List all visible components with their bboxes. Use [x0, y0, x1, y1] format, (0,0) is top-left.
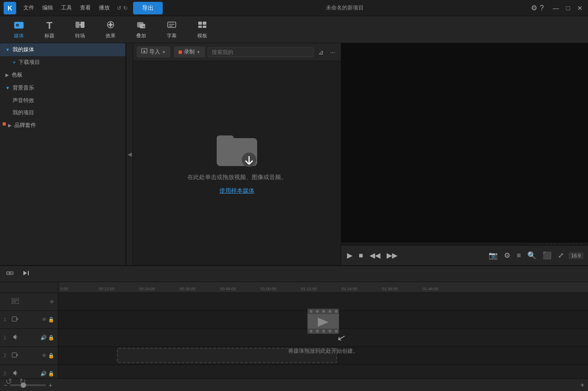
tool-template[interactable]: 模板 [188, 18, 217, 41]
minimize-button[interactable]: — [551, 4, 561, 13]
menu-play[interactable]: 播放 [95, 3, 113, 13]
tool-subtitle[interactable]: 字幕 [157, 18, 186, 41]
tool-title[interactable]: T 标题 [35, 18, 64, 41]
svg-rect-11 [168, 22, 176, 27]
svg-rect-17 [203, 26, 206, 28]
timeline-add-icon[interactable] [4, 268, 16, 280]
next-frame-button[interactable]: ▶▶ [385, 250, 399, 261]
svg-text:+: + [143, 24, 145, 29]
track-lock-1v[interactable]: 🔒 [48, 317, 54, 323]
track-num-1: 1 [4, 317, 10, 322]
menu-edit[interactable]: 编辑 [39, 3, 57, 13]
tool-add[interactable]: + 叠加 [127, 18, 156, 41]
add-track-button[interactable]: + [580, 381, 584, 389]
sidebar-sub-my-projects[interactable]: 我的项目 [0, 107, 125, 119]
timeline-ruler: 0:00 00:12:00 00:24:00 00:36:00 00:48:00… [58, 282, 588, 293]
sidebar-sub-download[interactable]: + 下载项目 [0, 56, 125, 68]
zoom-icon[interactable]: 🔍 [526, 250, 538, 261]
sidebar-my-projects-label: 我的项目 [13, 109, 34, 117]
settings2-icon[interactable]: ⚙ [503, 250, 512, 261]
track-header-0: 👁 [0, 293, 58, 311]
timeline-toolbar [0, 266, 588, 282]
sidebar-item-color-board[interactable]: ▶ 色板 [0, 68, 125, 81]
track-headers: 👁 1 👁 🔒 1 🔊 [0, 282, 58, 378]
aspect-ratio-badge: 16:9 [569, 252, 584, 259]
sidebar-item-brand-kit[interactable]: ▶ 品牌套件 [0, 119, 125, 132]
menu-view[interactable]: 查看 [76, 3, 94, 13]
play-button[interactable]: ▶ [346, 250, 354, 261]
collapse-handle[interactable]: ◀ [126, 43, 133, 265]
ruler-mark-7: 01:24:00 [342, 287, 357, 291]
filter-icon[interactable]: ⊿ [316, 47, 325, 58]
main-toolbar: 媒体 T 标题 转场 效果 + 叠加 字幕 模板 [0, 16, 588, 43]
media-sample-link[interactable]: 使用样本媒体 [219, 187, 254, 195]
ruler-mark-3: 00:36:00 [180, 287, 196, 291]
expand-icon[interactable]: ⬛ [541, 250, 553, 261]
tool-media-label: 媒体 [14, 32, 24, 39]
template-icon [197, 20, 207, 31]
redo-icon[interactable]: ↻ [123, 5, 128, 11]
close-button[interactable]: ✕ [575, 4, 584, 13]
ruler-mark-1: 00:12:00 [99, 287, 115, 291]
search-input[interactable] [208, 47, 314, 57]
record-button[interactable]: 录制 ▼ [174, 46, 205, 58]
fullscreen-icon[interactable]: ⤢ [557, 250, 565, 261]
track-num-2a: 2 [4, 371, 10, 376]
undo-icon[interactable]: ↺ [117, 5, 121, 11]
zoom-slider[interactable] [10, 384, 46, 386]
export-button[interactable]: 导出 [133, 2, 163, 14]
track-header-1a: 1 🔊 🔒 [0, 329, 58, 347]
settings-icon[interactable]: ⚙ [531, 4, 537, 12]
preview-right-controls: 📷 ⚙ ≡ 🔍 ⬛ ⤢ 16:9 [487, 250, 584, 261]
arrow-icon2: ▶ [5, 72, 9, 77]
track-visibility-0[interactable]: 👁 [49, 299, 54, 305]
tool-transition-label: 转场 [75, 32, 85, 39]
restore-button[interactable]: □ [565, 4, 572, 13]
sidebar-sub-sound-fx[interactable]: 声音特效 [0, 94, 125, 107]
track-lock-2v[interactable]: 🔒 [48, 353, 54, 359]
track-lock-2a[interactable]: 🔒 [48, 371, 54, 377]
app-logo: K [4, 2, 16, 14]
track-controls-0: 👁 [49, 299, 54, 305]
media-content: 在此处单击或拖放视频、图像或音频。 使用样本媒体 [133, 61, 341, 265]
track-volume-1a[interactable]: 🔊 [40, 335, 47, 341]
menu-tools[interactable]: 工具 [58, 3, 76, 13]
snapshot-icon[interactable]: 📷 [487, 250, 499, 261]
track-visibility-1v[interactable]: 👁 [42, 317, 47, 323]
stop-button[interactable]: ■ [357, 250, 365, 261]
menu-file[interactable]: 文件 [20, 3, 38, 13]
track-lock-1a[interactable]: 🔒 [48, 335, 54, 341]
help-icon[interactable]: ? [540, 4, 544, 12]
svg-rect-35 [12, 317, 17, 321]
svg-rect-16 [198, 26, 202, 28]
transition-icon [75, 20, 85, 31]
bottom-bar: − + + [0, 378, 588, 391]
subtitle2-icon[interactable]: ≡ [515, 250, 522, 261]
track-header-2v: 2 👁 🔒 [0, 347, 58, 365]
sidebar-item-bg-music[interactable]: ▼ 背景音乐 [0, 81, 125, 94]
ruler-spacer [0, 282, 58, 293]
track-volume-2a[interactable]: 🔊 [40, 371, 47, 377]
tool-effect-label: 效果 [106, 32, 116, 39]
more-options-icon[interactable]: ··· [328, 47, 337, 58]
sidebar: ▼ 我的媒体 + 下载项目 ▶ 色板 ▼ 背景音乐 声音特效 我的项目 ▶ 品牌… [0, 43, 126, 265]
timeline-area: 👁 1 👁 🔒 1 🔊 [0, 265, 588, 391]
sidebar-item-my-media[interactable]: ▼ 我的媒体 [0, 43, 125, 56]
tool-transition[interactable]: 转场 [66, 18, 94, 41]
arrow-icon: ▼ [5, 47, 10, 52]
zoom-in-button[interactable]: + [49, 382, 52, 389]
tool-media[interactable]: 媒体 [4, 18, 33, 41]
import-button[interactable]: 导入 ▼ [137, 46, 170, 58]
svg-rect-14 [198, 22, 202, 25]
ruler-mark-6: 01:12:00 [301, 287, 317, 291]
sidebar-brand-kit-label: 品牌套件 [14, 121, 36, 129]
preview-area [341, 43, 588, 243]
tool-effect[interactable]: 效果 [96, 18, 125, 41]
track-visibility-2v[interactable]: 👁 [42, 353, 47, 359]
prev-frame-button[interactable]: ◀◀ [368, 250, 382, 261]
folder-icon-wrap [217, 132, 257, 168]
track-controls-2v: 👁 🔒 [42, 353, 54, 359]
titlebar: K 文件 编辑 工具 查看 播放 ↺ ↻ 导出 未命名的新项目 ⚙ ? — □ … [0, 0, 588, 16]
media-toolbar: 导入 ▼ 录制 ▼ ⊿ ··· [133, 43, 341, 61]
timeline-skip-icon[interactable] [20, 268, 32, 280]
